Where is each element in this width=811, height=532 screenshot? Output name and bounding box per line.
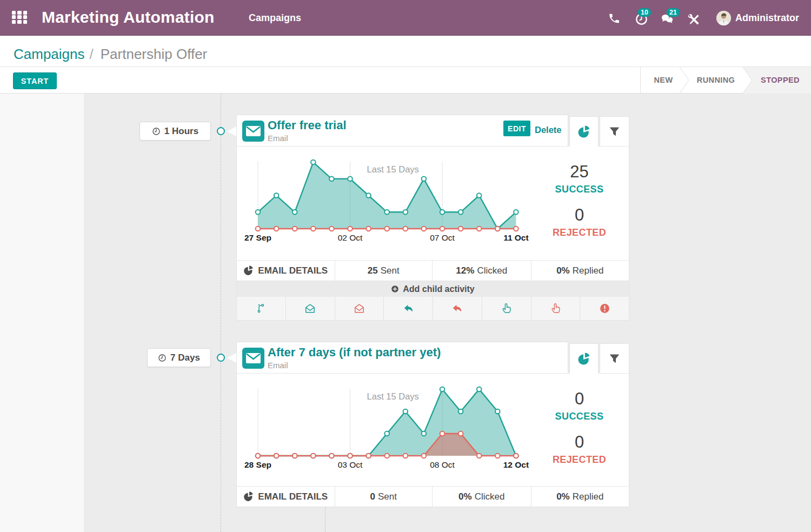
child-activity-envelope-open-icon[interactable] <box>286 297 335 320</box>
plus-circle-icon <box>391 285 399 293</box>
clicked-value: 12% <box>456 265 474 276</box>
clicked-stat: 0%Clicked <box>433 487 531 507</box>
trigger-interval-1[interactable]: 1 Hours <box>139 122 211 141</box>
activity-type: Email <box>268 361 288 370</box>
clicked-stat: 12%Clicked <box>433 261 531 281</box>
app-title[interactable]: Marketing Automation <box>42 0 215 36</box>
delete-link[interactable]: Delete <box>535 125 562 135</box>
breadcrumb-parent-link[interactable]: Campaigns <box>14 46 85 62</box>
svg-text:Last 15 Days: Last 15 Days <box>367 391 419 401</box>
clicked-label: Clicked <box>475 491 505 502</box>
activity-2-stats: 0 SUCCESS 0 REJECTED <box>532 389 627 467</box>
rejected-label[interactable]: REJECTED <box>532 225 627 240</box>
svg-text:Last 15 Days: Last 15 Days <box>367 164 419 174</box>
email-details-button[interactable]: EMAIL DETAILS <box>237 261 335 281</box>
replied-label: Replied <box>573 265 604 276</box>
sent-stat: 25Sent <box>335 261 433 281</box>
activity-card-1-header: Offer free trial Email EDIT Delete <box>236 115 568 147</box>
clock-activities-icon[interactable]: 10 <box>635 0 648 36</box>
replied-value: 0% <box>556 491 570 502</box>
activity-card-2-footer: EMAIL DETAILS 0Sent 0%Clicked 0%Replied <box>236 486 629 507</box>
activities-badge: 10 <box>638 8 651 17</box>
child-timeline-dashed-line <box>325 507 325 532</box>
code-fork-icon <box>255 303 267 314</box>
stage-running[interactable]: RUNNING <box>692 67 740 94</box>
activity-title[interactable]: Offer free trial <box>268 118 347 132</box>
clock-icon <box>152 127 161 136</box>
trigger-interval-2[interactable]: 7 Days <box>147 348 211 367</box>
nav-menu-campaigns[interactable]: Campaigns <box>249 0 301 36</box>
email-activity-icon <box>242 348 264 369</box>
edit-button[interactable]: EDIT <box>503 121 530 136</box>
activity-title[interactable]: After 7 days (if not partner yet) <box>268 345 441 360</box>
svg-text:08 Oct: 08 Oct <box>430 460 455 469</box>
sent-label: Sent <box>378 491 397 502</box>
trigger-interval-2-label: 7 Days <box>170 353 200 363</box>
sent-value: 0 <box>370 491 375 502</box>
success-count: 25 <box>532 162 627 182</box>
tab-graph[interactable] <box>569 116 599 147</box>
envelope-open-icon <box>354 303 365 314</box>
child-activity-envelope-open-icon[interactable] <box>335 297 384 320</box>
messages-badge: 21 <box>667 8 680 17</box>
activity-card-1-footer: EMAIL DETAILS 25Sent 12%Clicked 0%Replie… <box>236 260 629 281</box>
child-activity-hand-pointer-icon[interactable] <box>531 297 581 320</box>
tools-icon[interactable] <box>687 0 701 36</box>
user-menu[interactable]: Administrator <box>716 0 799 36</box>
child-activity-reply-icon[interactable] <box>384 297 433 320</box>
svg-text:02 Oct: 02 Oct <box>338 233 363 242</box>
child-activity-exclamation-circle-icon[interactable] <box>580 297 629 320</box>
tab-filter[interactable] <box>600 116 629 147</box>
child-activity-hand-pointer-icon[interactable] <box>482 297 531 320</box>
svg-text:11 Oct: 11 Oct <box>503 233 529 242</box>
child-activity-reply-icon[interactable] <box>433 297 482 320</box>
rejected-count: 0 <box>532 205 627 225</box>
apps-grid-icon[interactable] <box>12 11 27 25</box>
activity-card-2-graph: Last 15 Days28 Sep03 Oct08 Oct12 Oct 0 S… <box>236 374 629 486</box>
sent-value: 25 <box>368 265 378 276</box>
stage-new[interactable]: NEW <box>646 67 681 94</box>
marketing-automation-app: Marketing Automation Campaigns 10 21 <box>0 0 811 532</box>
phone-icon[interactable] <box>608 0 621 36</box>
add-child-activity-label: Add child activity <box>403 284 474 294</box>
filter-icon <box>609 126 620 137</box>
activity-1-stats: 25 SUCCESS 0 REJECTED <box>532 162 627 240</box>
breadcrumb: Campaigns/Partnership Offer <box>14 38 207 70</box>
child-activity-code-fork-icon[interactable] <box>237 297 286 320</box>
tab-filter[interactable] <box>600 343 629 374</box>
success-count: 0 <box>532 389 627 409</box>
add-child-activity-button[interactable]: Add child activity <box>236 281 629 297</box>
breadcrumb-bar: Campaigns/Partnership Offer <box>0 36 811 67</box>
tab-graph[interactable] <box>569 343 599 374</box>
activity-card-2: After 7 days (if not partner yet) Email … <box>236 342 629 507</box>
breadcrumb-current: Partnership Offer <box>101 46 208 62</box>
rejected-label[interactable]: REJECTED <box>532 453 627 467</box>
messages-icon[interactable]: 21 <box>661 0 676 36</box>
activity-card-2-header: After 7 days (if not partner yet) Email <box>236 342 568 374</box>
timeline-node-1[interactable] <box>217 127 225 135</box>
timeline-node-2[interactable] <box>217 354 225 362</box>
svg-text:28 Sep: 28 Sep <box>244 460 271 469</box>
clock-icon <box>158 354 167 362</box>
email-activity-icon <box>242 121 264 142</box>
clicked-label: Clicked <box>477 265 507 276</box>
card-pointer-1 <box>227 127 236 136</box>
hand-pointer-icon <box>550 303 561 314</box>
success-label[interactable]: SUCCESS <box>532 409 627 423</box>
pie-chart-icon <box>243 491 254 502</box>
clicked-value: 0% <box>458 491 472 502</box>
email-details-label: EMAIL DETAILS <box>258 265 328 276</box>
stage-stopped[interactable]: STOPPED <box>755 67 806 94</box>
success-label[interactable]: SUCCESS <box>532 182 627 196</box>
replied-stat: 0%Replied <box>531 261 629 281</box>
activity-card-1: Offer free trial Email EDIT Delete Last … <box>236 115 629 321</box>
reply-icon <box>451 303 463 314</box>
replied-label: Replied <box>573 491 604 502</box>
start-button[interactable]: START <box>13 72 57 89</box>
pie-chart-tab-icon <box>577 353 590 365</box>
email-details-button[interactable]: EMAIL DETAILS <box>237 487 335 507</box>
reply-icon <box>403 303 414 314</box>
stage-pipeline: NEW RUNNING STOPPED <box>640 67 811 94</box>
campaign-canvas: 1 Hours 7 Days Offer free trial Email <box>0 94 811 532</box>
svg-text:12 Oct: 12 Oct <box>503 460 529 469</box>
